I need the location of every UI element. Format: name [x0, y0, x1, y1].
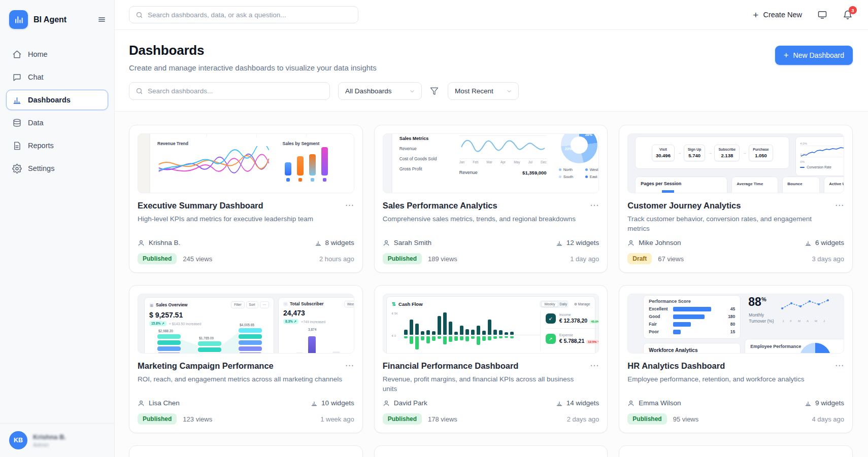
card-views: 67 views — [658, 255, 684, 263]
sidebar-item-reports[interactable]: Reports — [6, 135, 108, 156]
active-users-panel: Active Users — [824, 177, 844, 193]
card-title: HR Analytics Dashboard — [627, 361, 725, 371]
user-icon — [138, 400, 145, 407]
sidebar: BI Agent Home Chat Dashboards Data Repor… — [0, 0, 115, 457]
segment-legend — [283, 178, 354, 182]
performance-score-panel: Performance Score Excellent 45 Good 180 — [643, 295, 741, 339]
sales-overview-panel: ▥ Sales Overview Filter Sort ⋯ $ 9,257.5… — [144, 297, 274, 354]
display-mode-button[interactable] — [817, 10, 827, 20]
create-new-button[interactable]: + Create New — [753, 10, 802, 20]
sidebar-item-label: Data — [28, 119, 44, 127]
sidebar-item-label: Home — [28, 50, 48, 58]
sidebar-item-settings[interactable]: Settings — [6, 158, 108, 179]
segment-bars — [283, 149, 354, 175]
status-badge: Published — [383, 253, 422, 264]
gear-icon — [12, 164, 22, 173]
sidebar-nav: Home Chat Dashboards Data Reports Settin… — [0, 41, 114, 184]
expense-bars — [404, 336, 540, 351]
weekly-tab: Weekly — [541, 301, 558, 307]
card-author: Sarah Smith — [394, 239, 431, 247]
type-filter-select[interactable]: All Dashboards — [338, 82, 422, 100]
card-menu-button[interactable]: ⋯ — [590, 203, 599, 208]
dashboard-search[interactable] — [129, 82, 330, 100]
months-axis: JFMAMJ — [782, 320, 825, 323]
card-menu-button[interactable]: ⋯ — [345, 363, 354, 368]
turnover-sparkline — [780, 297, 836, 314]
sort-select[interactable]: Most Recent — [448, 82, 519, 100]
global-search-input[interactable] — [148, 11, 352, 19]
user-icon — [138, 239, 145, 247]
arrow-right-icon: → — [708, 151, 712, 155]
dashboard-thumbnail: Performance Score Excellent 45 Good 180 — [627, 294, 844, 354]
user-icon — [627, 239, 635, 247]
card-updated: 1 day ago — [570, 255, 599, 263]
card-menu-button[interactable]: ⋯ — [835, 203, 844, 208]
page-title: Dashboards — [129, 43, 377, 58]
user-icon — [627, 400, 635, 407]
global-search[interactable] — [129, 6, 358, 23]
dashboard-card-marketing-campaign[interactable]: ▥ Sales Overview Filter Sort ⋯ $ 9,257.5… — [129, 285, 363, 433]
card-title: Executive Summary Dashboard — [138, 201, 263, 210]
sidebar-item-label: Settings — [28, 164, 54, 172]
dashboard-card-partial[interactable] — [374, 445, 608, 457]
card-menu-button[interactable]: ⋯ — [590, 363, 599, 368]
card-widgets: 12 widgets — [566, 239, 599, 247]
dashboard-card-customer-journey[interactable]: Visit30.496 → Sign Up5.740 → Subscribe2.… — [619, 125, 853, 273]
sidebar-item-home[interactable]: Home — [6, 44, 108, 64]
dashboard-search-input[interactable] — [148, 87, 323, 95]
app-name: BI Agent — [34, 15, 66, 24]
sidebar-item-chat[interactable]: Chat — [6, 67, 108, 87]
card-description: High-level KPIs and metrics for executiv… — [138, 214, 354, 224]
card-menu-button[interactable]: ⋯ — [345, 203, 354, 208]
app-logo — [9, 10, 28, 29]
card-widgets: 14 widgets — [566, 399, 599, 407]
filter-funnel-icon[interactable] — [430, 87, 439, 95]
chat-icon — [12, 73, 22, 82]
dashboard-card-hr-analytics[interactable]: Performance Score Excellent 45 Good 180 — [619, 285, 853, 433]
dashboard-card-sales-performance[interactable]: $384,576 Sales Metrics Revenue Cost of G… — [374, 125, 608, 273]
region-legend: North West South East — [559, 167, 599, 179]
stacked-bar-chart: $2,988.20 $1,765.09 $4,005.65 — [149, 328, 269, 354]
card-description: Revenue, profit margins, and financial K… — [383, 374, 599, 394]
card-updated: 1 week ago — [320, 415, 354, 423]
widgets-chart-icon — [805, 400, 812, 407]
cash-flow-chart: € 5K € 0 — [392, 311, 540, 351]
status-badge: Published — [138, 413, 177, 425]
sales-trend-line — [459, 136, 547, 157]
dashboard-card-partial[interactable] — [619, 445, 853, 457]
user-profile[interactable]: KB Krishna B. Admin — [0, 423, 114, 457]
user-role: Admin — [33, 442, 66, 448]
user-icon — [383, 400, 390, 407]
dashboard-card-partial[interactable] — [129, 445, 363, 457]
dashboard-thumbnail: ⇅ Cash Flow Weekly Daily ⚙Manage € 5K — [383, 294, 599, 354]
card-description: Employee performance, retention, and wor… — [627, 374, 844, 384]
sidebar-header: BI Agent — [0, 0, 114, 41]
cash-flow-icon: ⇅ — [392, 301, 396, 307]
card-title: Customer Journey Analytics — [627, 201, 741, 210]
sidebar-item-dashboards[interactable]: Dashboards — [6, 90, 108, 110]
sort-pill: Sort — [246, 301, 258, 308]
sidebar-item-label: Dashboards — [28, 96, 71, 104]
card-widgets: 8 widgets — [325, 239, 354, 247]
report-file-icon — [12, 141, 22, 151]
dashboard-card-financial-performance[interactable]: ⇅ Cash Flow Weekly Daily ⚙Manage € 5K — [374, 285, 608, 433]
dashboard-card-executive-summary[interactable]: $12,456+ 14% $13,035+ 2% 1,210+ 3% 3,035… — [129, 125, 363, 273]
average-time-panel: Average Time — [731, 177, 778, 193]
mini-chart-title: Revenue Trend — [157, 141, 275, 146]
card-views: 189 views — [428, 255, 457, 263]
card-updated: 3 days ago — [812, 255, 844, 263]
chevron-down-icon — [409, 88, 415, 94]
card-menu-button[interactable]: ⋯ — [835, 363, 844, 368]
dashboard-grid: $12,456+ 14% $13,035+ 2% 1,210+ 3% 3,035… — [115, 112, 868, 457]
sidebar-toggle-button[interactable] — [97, 15, 106, 24]
notification-count-badge: 3 — [849, 6, 857, 14]
new-dashboard-button[interactable]: + New Dashboard — [775, 46, 853, 65]
sidebar-item-data[interactable]: Data — [6, 113, 108, 133]
card-views: 95 views — [673, 415, 699, 423]
plus-icon: + — [753, 10, 758, 20]
bar-chart-icon — [14, 15, 24, 25]
dashboard-thumbnail: ▥ Sales Overview Filter Sort ⋯ $ 9,257.5… — [138, 294, 354, 354]
notifications-button[interactable]: 3 — [843, 10, 853, 20]
more-pill: ⋯ — [260, 301, 270, 308]
workforce-analytics-panel: Workforce Analytics — [643, 343, 741, 354]
